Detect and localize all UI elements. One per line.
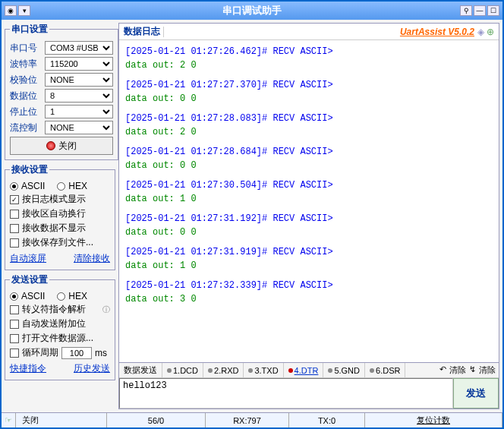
app-icon[interactable]: ◉ [5, 5, 17, 16]
log-data: data out: 0 0 [125, 92, 496, 106]
send-hex-radio[interactable] [57, 292, 65, 301]
stop-label: 停止位 [10, 106, 42, 118]
pin-dot-icon [167, 368, 172, 373]
refresh-icon[interactable]: ↶ [439, 364, 446, 376]
send-input[interactable] [119, 378, 453, 408]
send-button[interactable]: 发送 [453, 378, 499, 408]
parity-select[interactable]: NONE [45, 73, 113, 87]
send-tab[interactable]: 数据发送 [119, 363, 162, 377]
trash-icon[interactable]: ↯ [469, 364, 476, 376]
log-data: data out: 0 0 [125, 159, 496, 172]
status-close[interactable]: 关闭 [22, 415, 39, 426]
status-ready-icon: ☞ [5, 415, 12, 425]
log-timestamp: [2025-01-21 01:27:28.684]# RECV ASCII> [125, 145, 496, 159]
quick-cmd-link[interactable]: 快捷指令 [10, 362, 46, 375]
log-area[interactable]: [2025-01-21 01:27:26.462]# RECV ASCII>da… [119, 40, 499, 362]
auto-append-check[interactable] [10, 320, 19, 329]
port-select[interactable]: COM3 #USB [45, 41, 113, 55]
parity-label: 校验位 [10, 74, 42, 87]
log-data: data out: 3 0 [125, 292, 496, 306]
port-close-button[interactable]: 关闭 [10, 137, 113, 155]
pin-tab[interactable]: 3.TXD [244, 363, 283, 377]
diamond-icon[interactable]: ◈ [477, 27, 484, 37]
pin-dot-icon [328, 368, 332, 373]
status-counts: 56/0 [148, 416, 164, 425]
status-tx: TX:0 [318, 416, 335, 425]
loop-period-check[interactable] [10, 349, 19, 358]
pin-tab[interactable]: 5.GND [323, 363, 365, 377]
pin-tab[interactable]: 1.DCD [162, 363, 203, 377]
close-icon[interactable]: ☐ [487, 5, 499, 16]
recv-hex-radio[interactable] [57, 182, 65, 191]
send-settings-panel: 发送设置 ASCII HEX 转义符指令解析ⓘ 自动发送附加位 打开文件数据源.… [5, 273, 115, 380]
log-data: data out: 1 0 [125, 192, 496, 206]
clear-recv-link[interactable]: 清除接收 [74, 252, 110, 265]
status-reset[interactable]: 复位计数 [417, 415, 450, 426]
flow-select[interactable]: NONE [45, 121, 113, 134]
port-settings-panel: 串口设置 串口号COM3 #USB 波特率115200 校验位NONE 数据位8… [5, 23, 118, 160]
log-timestamp: [2025-01-21 01:27:31.192]# RECV ASCII> [125, 212, 496, 226]
escape-parse-check[interactable] [10, 305, 19, 314]
send-settings-legend: 发送设置 [10, 273, 49, 286]
recv-settings-panel: 接收设置 ASCII HEX 按日志模式显示 接收区自动换行 接收数据不显示 接… [5, 163, 115, 270]
log-timestamp: [2025-01-21 01:27:30.504]# RECV ASCII> [125, 178, 496, 192]
stop-select[interactable]: 1 [45, 105, 113, 118]
recv-autowrap-check[interactable] [10, 210, 19, 219]
pin-icon[interactable]: ⚲ [460, 5, 472, 16]
baud-select[interactable]: 115200 [45, 57, 113, 71]
status-rx: RX:797 [233, 416, 261, 425]
pin-tab[interactable]: 6.DSR [365, 363, 405, 377]
baud-label: 波特率 [10, 58, 42, 71]
log-title: 数据日志 [124, 25, 160, 38]
recv-settings-legend: 接收设置 [10, 163, 49, 176]
period-input[interactable] [61, 347, 92, 359]
help-icon[interactable]: ⊕ [487, 27, 494, 37]
autoscroll-link[interactable]: 自动滚屏 [10, 252, 46, 265]
dropdown-icon[interactable]: ▾ [18, 5, 30, 16]
log-timestamp: [2025-01-21 01:27:26.462]# RECV ASCII> [125, 45, 496, 58]
data-label: 数据位 [10, 90, 42, 103]
pin-dot-icon [248, 368, 253, 373]
history-link[interactable]: 历史发送 [74, 362, 110, 375]
pin-tab[interactable]: 4.DTR [284, 363, 324, 377]
pin-dot-icon [370, 368, 374, 373]
port-label: 串口号 [10, 42, 42, 55]
brand-label[interactable]: UartAssist V5.0.2 [400, 27, 474, 37]
clear-send-1[interactable]: 清除 [449, 364, 466, 376]
send-ascii-radio[interactable] [10, 292, 18, 301]
port-settings-legend: 串口设置 [10, 23, 49, 36]
recv-logmode-check[interactable] [10, 195, 19, 204]
log-timestamp: [2025-01-21 01:27:32.339]# RECV ASCII> [125, 279, 496, 292]
log-timestamp: [2025-01-21 01:27:28.083]# RECV ASCII> [125, 112, 496, 125]
recv-ascii-radio[interactable] [10, 182, 18, 191]
pin-dot-icon [288, 368, 293, 373]
log-data: data out: 2 0 [125, 58, 496, 72]
pin-dot-icon [208, 368, 213, 373]
log-data: data out: 2 0 [125, 125, 496, 139]
log-timestamp: [2025-01-21 01:27:31.919]# RECV ASCII> [125, 245, 496, 259]
minimize-icon[interactable]: — [474, 5, 486, 16]
titlebar: ◉ ▾ 串口调试助手 ⚲ — ☐ [2, 2, 502, 20]
log-timestamp: [2025-01-21 01:27:27.370]# RECV ASCII> [125, 78, 496, 92]
recv-hide-check[interactable] [10, 224, 19, 233]
clear-send-2[interactable]: 清除 [479, 364, 496, 376]
log-data: data out: 0 0 [125, 226, 496, 239]
data-select[interactable]: 8 [45, 89, 113, 103]
open-file-check[interactable] [10, 334, 19, 343]
pin-tab[interactable]: 2.RXD [203, 363, 244, 377]
log-data: data out: 1 0 [125, 259, 496, 273]
flow-label: 流控制 [10, 121, 42, 134]
window-title: 串口调试助手 [222, 4, 282, 17]
recv-savefile-check[interactable] [10, 238, 19, 248]
statusbar: ☞ 关闭 56/0 RX:797 TX:0 复位计数 [2, 412, 502, 427]
record-icon [46, 141, 55, 150]
